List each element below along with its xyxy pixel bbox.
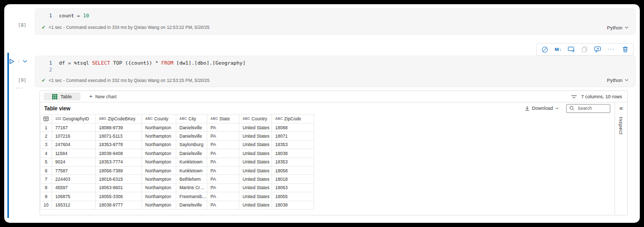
new-chart-button[interactable]: + New chart [89, 94, 117, 99]
kernel-label: Python [607, 25, 622, 30]
row-number: 7 [41, 175, 52, 183]
table-cell: 18353-9778 [96, 140, 142, 149]
search-box[interactable] [566, 104, 610, 113]
run-cell-button[interactable] [9, 58, 18, 65]
column-header[interactable]: ABCZipCode [272, 115, 314, 123]
cell1-execution-count: [8] [18, 23, 26, 28]
table-cell: 247604 [52, 140, 96, 149]
table-row[interactable]: 910687518055-3306NorthamptonFreemansb…PA… [41, 192, 314, 201]
column-header[interactable]: ABCState [207, 115, 239, 123]
column-name: Country [251, 116, 267, 121]
table-cell: Northampton [142, 123, 176, 132]
column-header[interactable]: ABCCountry [239, 115, 272, 123]
table-cell: 11584 [52, 149, 96, 158]
table-cell: PA [207, 183, 239, 192]
column-type-icon: ABC [179, 117, 187, 120]
table-cell: United States [239, 192, 272, 201]
table-cell: United States [239, 132, 272, 140]
table-cell: Freemansb… [176, 192, 207, 201]
row-number: 1 [41, 123, 52, 132]
cell2-selection-indicator [7, 53, 9, 218]
delete-cell-icon[interactable] [622, 46, 628, 53]
column-name: ZipCode [284, 116, 301, 121]
column-type-icon: ABC [275, 117, 283, 120]
corner-grid-icon[interactable] [41, 115, 52, 123]
inspect-strip: « Inspect [615, 102, 627, 215]
table-cell: United States [239, 166, 272, 174]
column-type-icon: ABC [243, 117, 250, 120]
column-header[interactable]: ABCZipCodeBKey [96, 115, 142, 123]
column-header[interactable]: ABCCity [176, 115, 207, 123]
table-cell: 18038-9777 [96, 201, 142, 209]
table-header-row: 123GeographyIDABCZipCodeBKeyABCCountyABC… [41, 115, 314, 123]
column-type-icon: 123 [55, 117, 61, 120]
new-chart-label: New chart [95, 94, 117, 99]
filter-icon[interactable] [571, 95, 577, 99]
search-icon [569, 106, 575, 111]
table-cell: Danielsville [176, 132, 207, 140]
table-row[interactable]: 722440318018-6315NorthamptonBethlehemPAU… [41, 175, 314, 183]
circle-slash-icon[interactable] [541, 46, 548, 53]
notebook-panel: [8] 1 count = 10 ✓ <1 sec - Command exec… [4, 4, 640, 223]
convert-to-markdown-icon[interactable]: M↓ [555, 47, 561, 52]
table-cell: 18088-9739 [96, 123, 142, 132]
cell2-status: <1 sec - Command executed in 332 ms by Q… [49, 78, 210, 83]
cell1-kernel-picker[interactable]: Python [607, 25, 629, 30]
table-cell: United States [239, 175, 272, 183]
comment-icon[interactable] [594, 46, 601, 53]
cell2-code[interactable]: df = %tsql SELECT TOP ({count}) * FROM [… [59, 59, 246, 66]
clear-output-icon[interactable] [568, 46, 575, 53]
run-controls [9, 57, 27, 66]
cell1-code[interactable]: count = 10 [59, 12, 89, 19]
table-cell: 18038 [272, 149, 314, 158]
table-row[interactable]: 41158418038-9408NorthamptonDanielsvilleP… [41, 149, 314, 158]
download-icon [525, 106, 530, 111]
chevron-down-icon [625, 79, 629, 81]
table-cell: Northampton [142, 158, 176, 166]
table-row[interactable]: 84559718063-9601NorthamptonMartins Cr…PA… [41, 183, 314, 192]
table-cell: United States [239, 201, 272, 209]
table-cell: Saylorsburg [176, 140, 207, 149]
table-cell: 18353 [272, 158, 314, 166]
table-row[interactable]: 210721618071-5113NorthamptonDanielsville… [41, 132, 314, 140]
table-cell: 18055 [272, 192, 314, 201]
cell2-kernel-picker[interactable]: Python [607, 77, 629, 83]
line-number: 1 [35, 12, 52, 19]
row-number: 6 [41, 166, 52, 174]
table-row[interactable]: 5902418353-7774NorthamptonKunkletownPAUn… [41, 158, 314, 166]
table-cell: Northampton [142, 166, 176, 174]
table-row[interactable]: 324760418353-9778NorthamptonSaylorsburgP… [41, 140, 314, 149]
cell2-editor[interactable]: 1 df = %tsql SELECT TOP ({count}) * FROM… [35, 56, 636, 87]
run-options-chevron-icon[interactable] [18, 60, 27, 63]
more-actions-icon[interactable]: ··· [608, 47, 615, 52]
code-text: [dw1].[dbo].[Geography] [173, 60, 245, 66]
table-cell: PA [207, 166, 239, 174]
table-cell: PA [207, 158, 239, 166]
column-type-icon: ABC [145, 117, 153, 120]
cell1-status: <1 sec - Command executed in 334 ms by Q… [49, 25, 210, 30]
cell2-more-indicator[interactable]: ··· [16, 85, 24, 91]
collapse-panel-icon[interactable]: « [619, 105, 623, 111]
search-input[interactable] [577, 105, 607, 111]
column-name: GeographyID [63, 116, 89, 121]
tab-table[interactable]: Table [44, 92, 80, 100]
table-row[interactable]: 17716718088-9739NorthamptonDanielsvilleP… [41, 123, 314, 132]
row-number: 3 [41, 140, 52, 149]
code-text: df = %tsql [59, 60, 92, 66]
table-row[interactable]: 1016531218038-9777NorthamptonDanielsvill… [41, 201, 314, 209]
download-button[interactable]: Download [525, 106, 559, 111]
chevron-down-icon [555, 107, 559, 110]
copy-icon[interactable] [581, 46, 588, 53]
column-name: ZipCodeBKey [108, 116, 135, 121]
table-row[interactable]: 67758718058-7389NorthamptonKunkletownPAU… [41, 166, 314, 174]
table-cell: 18063 [272, 183, 314, 192]
table-cell: Danielsville [176, 201, 207, 209]
table-cell: PA [207, 175, 239, 183]
table-cell: PA [207, 140, 239, 149]
table-cell: 18353 [272, 140, 314, 149]
cell2-output: Table + New chart 7 columns, 10 rows Tab… [39, 90, 628, 215]
column-header[interactable]: 123GeographyID [52, 115, 96, 123]
cell1-editor[interactable]: 1 count = 10 ✓ <1 sec - Command executed… [35, 8, 636, 35]
column-header[interactable]: ABCCounty [142, 115, 176, 123]
inspect-panel-label[interactable]: Inspect [618, 117, 624, 135]
